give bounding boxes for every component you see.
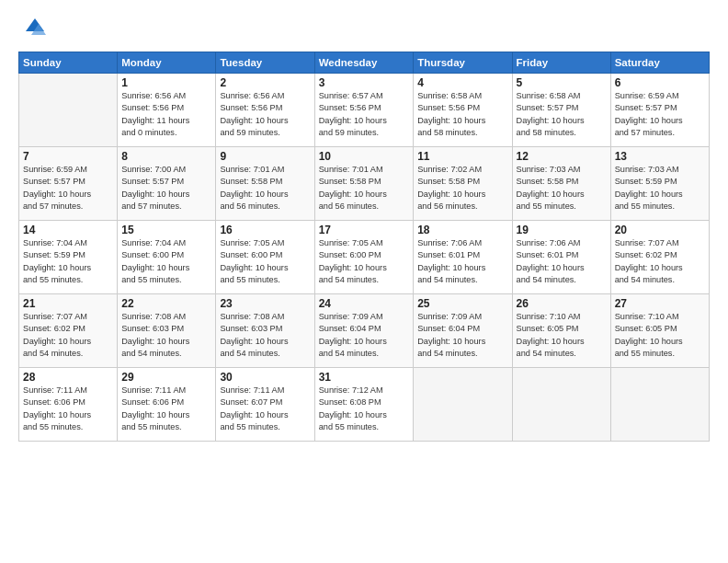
day-number: 16 <box>220 224 310 236</box>
calendar-cell: 19Sunrise: 7:06 AM Sunset: 6:01 PM Dayli… <box>512 221 610 294</box>
day-number: 10 <box>319 150 410 163</box>
calendar-week-row: 21Sunrise: 7:07 AM Sunset: 6:02 PM Dayli… <box>19 294 710 368</box>
day-info: Sunrise: 6:58 AM Sunset: 5:57 PM Dayligh… <box>517 90 607 139</box>
calendar-header-tuesday: Tuesday <box>216 52 314 74</box>
day-number: 13 <box>615 150 705 163</box>
day-info: Sunrise: 7:02 AM Sunset: 5:58 PM Dayligh… <box>417 164 507 213</box>
day-number: 26 <box>517 297 607 310</box>
calendar-cell: 22Sunrise: 7:08 AM Sunset: 6:03 PM Dayli… <box>118 294 216 368</box>
day-info: Sunrise: 7:04 AM Sunset: 5:59 PM Dayligh… <box>23 237 113 286</box>
day-info: Sunrise: 6:56 AM Sunset: 5:56 PM Dayligh… <box>220 90 310 139</box>
calendar-header-friday: Friday <box>512 52 610 74</box>
day-number: 1 <box>121 76 211 89</box>
day-number: 24 <box>319 297 410 310</box>
day-info: Sunrise: 6:59 AM Sunset: 5:57 PM Dayligh… <box>615 90 705 139</box>
calendar-cell: 29Sunrise: 7:11 AM Sunset: 6:06 PM Dayli… <box>118 368 216 442</box>
day-info: Sunrise: 7:06 AM Sunset: 6:01 PM Dayligh… <box>417 237 507 286</box>
day-number: 4 <box>417 76 507 89</box>
calendar-cell: 20Sunrise: 7:07 AM Sunset: 6:02 PM Dayli… <box>610 221 709 294</box>
day-number: 31 <box>319 371 410 384</box>
calendar-cell <box>414 368 512 442</box>
day-number: 17 <box>319 224 410 236</box>
day-info: Sunrise: 7:11 AM Sunset: 6:06 PM Dayligh… <box>121 385 211 433</box>
day-info: Sunrise: 7:11 AM Sunset: 6:07 PM Dayligh… <box>220 385 310 433</box>
calendar-cell: 24Sunrise: 7:09 AM Sunset: 6:04 PM Dayli… <box>314 294 414 368</box>
day-number: 21 <box>23 297 113 310</box>
day-info: Sunrise: 7:03 AM Sunset: 5:59 PM Dayligh… <box>615 164 705 213</box>
day-info: Sunrise: 7:10 AM Sunset: 6:05 PM Dayligh… <box>615 311 705 360</box>
day-number: 2 <box>220 76 310 89</box>
day-info: Sunrise: 7:03 AM Sunset: 5:58 PM Dayligh… <box>517 164 607 213</box>
calendar-cell: 12Sunrise: 7:03 AM Sunset: 5:58 PM Dayli… <box>512 147 610 221</box>
calendar-cell: 1Sunrise: 6:56 AM Sunset: 5:56 PM Daylig… <box>118 74 216 147</box>
day-info: Sunrise: 7:06 AM Sunset: 6:01 PM Dayligh… <box>517 237 607 286</box>
day-info: Sunrise: 6:58 AM Sunset: 5:56 PM Dayligh… <box>417 90 507 139</box>
day-number: 18 <box>417 224 507 236</box>
page: SundayMondayTuesdayWednesdayThursdayFrid… <box>0 0 728 563</box>
day-number: 30 <box>220 371 310 384</box>
calendar-cell: 30Sunrise: 7:11 AM Sunset: 6:07 PM Dayli… <box>216 368 314 442</box>
calendar-cell: 15Sunrise: 7:04 AM Sunset: 6:00 PM Dayli… <box>118 221 216 294</box>
logo <box>18 15 50 42</box>
calendar-cell: 28Sunrise: 7:11 AM Sunset: 6:06 PM Dayli… <box>19 368 118 442</box>
calendar-header-row: SundayMondayTuesdayWednesdayThursdayFrid… <box>19 52 710 74</box>
calendar-cell: 7Sunrise: 6:59 AM Sunset: 5:57 PM Daylig… <box>19 147 118 221</box>
calendar-cell: 31Sunrise: 7:12 AM Sunset: 6:08 PM Dayli… <box>314 368 414 442</box>
day-number: 11 <box>417 150 507 163</box>
calendar-cell: 10Sunrise: 7:01 AM Sunset: 5:58 PM Dayli… <box>314 147 414 221</box>
day-info: Sunrise: 7:10 AM Sunset: 6:05 PM Dayligh… <box>517 311 607 360</box>
calendar-week-row: 14Sunrise: 7:04 AM Sunset: 5:59 PM Dayli… <box>19 221 710 294</box>
calendar-cell: 4Sunrise: 6:58 AM Sunset: 5:56 PM Daylig… <box>414 74 512 147</box>
day-info: Sunrise: 7:07 AM Sunset: 6:02 PM Dayligh… <box>615 237 705 286</box>
day-number: 23 <box>220 297 310 310</box>
calendar-cell: 13Sunrise: 7:03 AM Sunset: 5:59 PM Dayli… <box>610 147 709 221</box>
day-info: Sunrise: 7:09 AM Sunset: 6:04 PM Dayligh… <box>319 311 410 360</box>
calendar-week-row: 7Sunrise: 6:59 AM Sunset: 5:57 PM Daylig… <box>19 147 710 221</box>
calendar-cell: 26Sunrise: 7:10 AM Sunset: 6:05 PM Dayli… <box>512 294 610 368</box>
day-number: 14 <box>23 224 113 236</box>
day-info: Sunrise: 7:09 AM Sunset: 6:04 PM Dayligh… <box>417 311 507 360</box>
calendar-cell: 2Sunrise: 6:56 AM Sunset: 5:56 PM Daylig… <box>216 74 314 147</box>
calendar-header-sunday: Sunday <box>19 52 118 74</box>
day-number: 27 <box>615 297 705 310</box>
calendar-cell <box>610 368 709 442</box>
calendar-header-wednesday: Wednesday <box>314 52 414 74</box>
day-info: Sunrise: 7:11 AM Sunset: 6:06 PM Dayligh… <box>23 385 113 433</box>
calendar-header-thursday: Thursday <box>414 52 512 74</box>
calendar-cell: 11Sunrise: 7:02 AM Sunset: 5:58 PM Dayli… <box>414 147 512 221</box>
calendar-header-saturday: Saturday <box>610 52 709 74</box>
logo-icon <box>18 15 46 42</box>
calendar-week-row: 1Sunrise: 6:56 AM Sunset: 5:56 PM Daylig… <box>19 74 710 147</box>
day-info: Sunrise: 7:08 AM Sunset: 6:03 PM Dayligh… <box>121 311 211 360</box>
day-number: 20 <box>615 224 705 236</box>
day-number: 6 <box>615 76 705 89</box>
day-number: 28 <box>23 371 113 384</box>
calendar-cell: 5Sunrise: 6:58 AM Sunset: 5:57 PM Daylig… <box>512 74 610 147</box>
day-number: 12 <box>517 150 607 163</box>
calendar-cell: 27Sunrise: 7:10 AM Sunset: 6:05 PM Dayli… <box>610 294 709 368</box>
day-number: 9 <box>220 150 310 163</box>
calendar-cell <box>19 74 118 147</box>
day-number: 19 <box>517 224 607 236</box>
calendar-cell: 23Sunrise: 7:08 AM Sunset: 6:03 PM Dayli… <box>216 294 314 368</box>
day-number: 8 <box>121 150 211 163</box>
header <box>18 15 710 42</box>
day-info: Sunrise: 7:12 AM Sunset: 6:08 PM Dayligh… <box>319 385 410 433</box>
calendar-cell <box>512 368 610 442</box>
calendar-cell: 21Sunrise: 7:07 AM Sunset: 6:02 PM Dayli… <box>19 294 118 368</box>
calendar-cell: 17Sunrise: 7:05 AM Sunset: 6:00 PM Dayli… <box>314 221 414 294</box>
calendar-header-monday: Monday <box>118 52 216 74</box>
day-number: 3 <box>319 76 410 89</box>
day-info: Sunrise: 7:05 AM Sunset: 6:00 PM Dayligh… <box>220 237 310 286</box>
day-info: Sunrise: 7:01 AM Sunset: 5:58 PM Dayligh… <box>319 164 410 213</box>
day-number: 7 <box>23 150 113 163</box>
day-info: Sunrise: 7:04 AM Sunset: 6:00 PM Dayligh… <box>121 237 211 286</box>
day-info: Sunrise: 6:57 AM Sunset: 5:56 PM Dayligh… <box>319 90 410 139</box>
day-info: Sunrise: 6:56 AM Sunset: 5:56 PM Dayligh… <box>121 90 211 139</box>
calendar-cell: 14Sunrise: 7:04 AM Sunset: 5:59 PM Dayli… <box>19 221 118 294</box>
day-info: Sunrise: 7:08 AM Sunset: 6:03 PM Dayligh… <box>220 311 310 360</box>
day-info: Sunrise: 7:07 AM Sunset: 6:02 PM Dayligh… <box>23 311 113 360</box>
day-info: Sunrise: 7:05 AM Sunset: 6:00 PM Dayligh… <box>319 237 410 286</box>
day-number: 22 <box>121 297 211 310</box>
day-number: 15 <box>121 224 211 236</box>
